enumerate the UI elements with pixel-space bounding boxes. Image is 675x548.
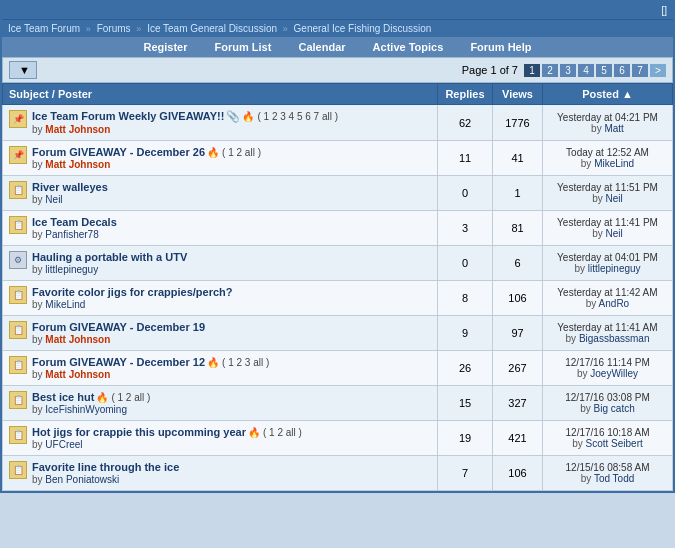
views-cell: 267 — [493, 351, 543, 386]
post-by: by — [592, 228, 605, 239]
topic-icon: 📋 — [9, 321, 27, 339]
topic-author[interactable]: Neil — [45, 194, 62, 205]
replies-cell: 11 — [438, 141, 493, 176]
views-cell: 327 — [493, 386, 543, 421]
topic-title[interactable]: Hot jigs for crappie this upcomming year — [32, 426, 246, 438]
page-4-button[interactable]: 4 — [578, 64, 594, 77]
topic-title[interactable]: Ice Team Decals — [32, 216, 117, 228]
sep2: » — [136, 24, 141, 34]
post-by: by — [566, 333, 579, 344]
topic-meta: by littlepineguy — [32, 264, 431, 275]
breadcrumb-ice-fishing[interactable]: General Ice Fishing Discussion — [294, 23, 432, 34]
pin-icon: 📌 — [9, 146, 27, 164]
topic-meta: by Panfisher78 — [32, 229, 431, 240]
topic-author[interactable]: littlepineguy — [45, 264, 98, 275]
topic-meta: by Matt Johnson — [32, 334, 431, 345]
topic-cell: 📌 Ice Team Forum Weekly GIVEAWAY!!📎🔥 ( 1… — [3, 105, 438, 141]
page-1-button[interactable]: 1 — [524, 64, 540, 77]
post-by: by — [577, 368, 590, 379]
nav-forum-help[interactable]: Forum Help — [458, 38, 543, 56]
topic-title[interactable]: Hauling a portable with a UTV — [32, 251, 187, 263]
nav-active-topics[interactable]: Active Topics — [361, 38, 456, 56]
posted-cell: 12/15/16 08:58 AM by Tod Todd — [543, 456, 673, 491]
page-3-button[interactable]: 3 — [560, 64, 576, 77]
page-2-button[interactable]: 2 — [542, 64, 558, 77]
page-next-button[interactable]: > — [650, 64, 666, 77]
topic-author[interactable]: Matt Johnson — [45, 369, 110, 380]
forum-options-button[interactable]: ▼ — [9, 61, 37, 79]
page-7-button[interactable]: 7 — [632, 64, 648, 77]
posted-cell: Yesterday at 11:41 PM by Neil — [543, 211, 673, 246]
breadcrumb-general-discussion[interactable]: Ice Team General Discussion — [147, 23, 277, 34]
topic-author[interactable]: MikeLind — [45, 299, 85, 310]
posted-cell: Yesterday at 04:01 PM by littlepineguy — [543, 246, 673, 281]
dropdown-arrow-icon: ▼ — [19, 64, 30, 76]
post-meta: Yesterday at 04:01 PM by littlepineguy — [549, 252, 666, 274]
post-meta: Yesterday at 11:41 PM by Neil — [549, 217, 666, 239]
topic-pages: ( 1 2 3 4 5 6 7 all ) — [257, 111, 338, 122]
replies-cell: 9 — [438, 316, 493, 351]
topic-title[interactable]: Favorite line through the ice — [32, 461, 179, 473]
topic-meta: by Matt Johnson — [32, 124, 431, 135]
page-6-button[interactable]: 6 — [614, 64, 630, 77]
page-5-button[interactable]: 5 — [596, 64, 612, 77]
topic-title[interactable]: Favorite color jigs for crappies/perch? — [32, 286, 233, 298]
topbar: [] — [2, 2, 673, 19]
topic-icon: 📋 — [9, 461, 27, 479]
topic-title[interactable]: Ice Team Forum Weekly GIVEAWAY!! — [32, 110, 224, 122]
post-meta: Yesterday at 11:42 AM by AndRo — [549, 287, 666, 309]
topic-title[interactable]: Forum GIVEAWAY - December 26 — [32, 146, 205, 158]
topic-author[interactable]: Panfisher78 — [45, 229, 98, 240]
topic-icon: 📋 — [9, 356, 27, 374]
nav-calendar[interactable]: Calendar — [286, 38, 357, 56]
post-date: Yesterday at 04:01 PM — [557, 252, 658, 263]
post-author: littlepineguy — [588, 263, 641, 274]
topic-title[interactable]: Forum GIVEAWAY - December 19 — [32, 321, 205, 333]
topic-cell: 📋 Forum GIVEAWAY - December 12🔥 ( 1 2 3 … — [3, 351, 438, 386]
topic-icon: 📋 — [9, 391, 27, 409]
topic-cell: 📌 Forum GIVEAWAY - December 26🔥 ( 1 2 al… — [3, 141, 438, 176]
topic-icon: 📋 — [9, 286, 27, 304]
topic-cell: 📋 Favorite line through the ice by Ben P… — [3, 456, 438, 491]
post-author: Tod Todd — [594, 473, 634, 484]
breadcrumb-forums[interactable]: Forums — [97, 23, 131, 34]
post-meta: Yesterday at 11:51 PM by Neil — [549, 182, 666, 204]
post-date: Yesterday at 11:42 AM — [557, 287, 657, 298]
replies-cell: 0 — [438, 246, 493, 281]
topic-cell: ⚙ Hauling a portable with a UTV by littl… — [3, 246, 438, 281]
post-author: Matt — [604, 123, 623, 134]
topic-meta: by Ben Poniatowski — [32, 474, 431, 485]
pagination: Page 1 of 7 1 2 3 4 5 6 7 > — [462, 64, 666, 77]
topics-table: Subject / Poster Replies Views Posted ▲ … — [2, 83, 673, 491]
views-cell: 106 — [493, 281, 543, 316]
topic-icon: 📋 — [9, 426, 27, 444]
topic-title[interactable]: Best ice hut — [32, 391, 94, 403]
topic-title[interactable]: Forum GIVEAWAY - December 12 — [32, 356, 205, 368]
sep1: » — [86, 24, 91, 34]
replies-cell: 8 — [438, 281, 493, 316]
topic-meta: by Neil — [32, 194, 431, 205]
toolbar: ▼ Page 1 of 7 1 2 3 4 5 6 7 > — [2, 57, 673, 83]
topic-author[interactable]: Matt Johnson — [45, 124, 110, 135]
sep3: » — [283, 24, 288, 34]
page-label: Page 1 of 7 — [462, 64, 518, 76]
table-row: 📋 Forum GIVEAWAY - December 12🔥 ( 1 2 3 … — [3, 351, 673, 386]
topic-author[interactable]: Matt Johnson — [45, 159, 110, 170]
nav-forum-list[interactable]: Forum List — [203, 38, 284, 56]
hot-icon: 🔥 — [248, 427, 260, 438]
topic-author[interactable]: IceFishinWyoming — [45, 404, 127, 415]
table-row: 📋 Forum GIVEAWAY - December 19 by Matt J… — [3, 316, 673, 351]
post-author: Bigassbassman — [579, 333, 650, 344]
breadcrumb-home[interactable]: Ice Team Forum — [8, 23, 80, 34]
table-row: 📌 Ice Team Forum Weekly GIVEAWAY!!📎🔥 ( 1… — [3, 105, 673, 141]
post-date: Today at 12:52 AM — [566, 147, 649, 158]
nav-bar: Register Forum List Calendar Active Topi… — [2, 37, 673, 57]
topic-author[interactable]: Matt Johnson — [45, 334, 110, 345]
topic-cell: 📋 Best ice hut🔥 ( 1 2 all ) by IceFishin… — [3, 386, 438, 421]
posted-cell: Yesterday at 04:21 PM by Matt — [543, 105, 673, 141]
topic-title[interactable]: River walleyes — [32, 181, 108, 193]
nav-register[interactable]: Register — [131, 38, 199, 56]
topic-author[interactable]: Ben Poniatowski — [45, 474, 119, 485]
topic-meta: by Matt Johnson — [32, 159, 431, 170]
topic-author[interactable]: UFCreel — [45, 439, 82, 450]
